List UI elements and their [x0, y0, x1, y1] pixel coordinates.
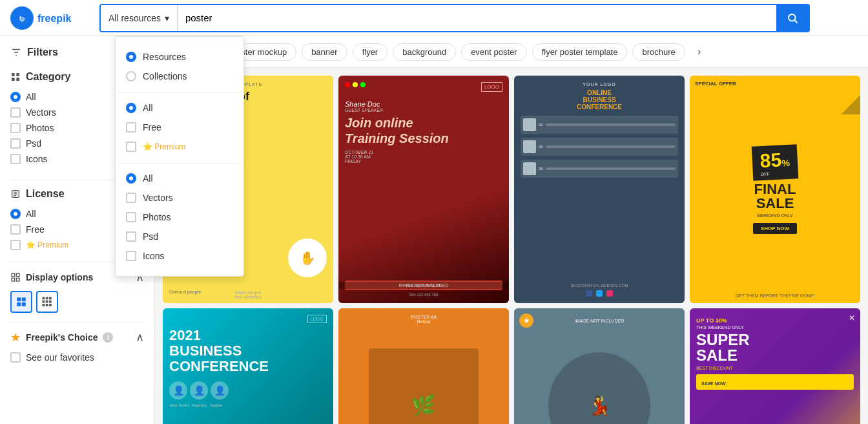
- dropdown-photos-label: Photos: [143, 212, 171, 222]
- grid-item-2[interactable]: LOGO Shane Doc GUEST SPEAKER Join online…: [338, 76, 509, 303]
- svg-rect-16: [16, 278, 19, 281]
- svg-rect-25: [46, 301, 48, 303]
- license-free-label: Free: [26, 224, 45, 235]
- grid-options: [10, 291, 144, 313]
- svg-rect-17: [17, 297, 21, 301]
- resource-select[interactable]: All resources ▾: [101, 5, 178, 31]
- check-icons-sb: [10, 154, 21, 164]
- freepiks-choice-expand[interactable]: ∧: [136, 330, 144, 344]
- tag-brochure[interactable]: brochure: [632, 43, 685, 61]
- tag-event-poster[interactable]: event poster: [461, 43, 527, 61]
- svg-rect-8: [12, 73, 15, 76]
- grid-large-btn[interactable]: [10, 291, 32, 313]
- option-all-label: All: [26, 92, 36, 102]
- grid-item-8[interactable]: ✕ UP TO 30% THIS WEEKEND ONLY SUPERSALE …: [690, 308, 860, 424]
- check-premium1: [126, 142, 136, 152]
- license-all-label: All: [26, 209, 36, 219]
- tags-bar: template poster mockup banner flyer back…: [155, 36, 868, 68]
- grid-item-5[interactable]: LOGO 2021BUSINESSCONFERENCE 👤 👤 👤 John S…: [163, 308, 333, 424]
- search-input[interactable]: [178, 5, 776, 31]
- radio-all2: [126, 173, 136, 184]
- svg-line-4: [794, 20, 797, 23]
- logo[interactable]: fp freepik: [10, 6, 89, 30]
- search-bar: All resources ▾: [99, 4, 810, 32]
- category-icon: [10, 72, 21, 82]
- display-options-title: Display options: [10, 272, 93, 282]
- option-psd-label: Psd: [26, 138, 41, 149]
- check-free1: [126, 122, 136, 132]
- dropdown-section-format: All Vectors Photos Psd Icons: [116, 163, 243, 268]
- dropdown-item-all2[interactable]: All: [116, 169, 243, 188]
- freepiks-choice-section: Freepik's Choice i ∧ See our favorites: [10, 330, 144, 365]
- image-not-included-2: IMAGE NOT INCLUDED: [338, 282, 509, 289]
- resource-dropdown: Resources Collections All Free ⭐ Premium…: [115, 36, 244, 277]
- svg-rect-15: [12, 278, 15, 281]
- dropdown-item-premium1[interactable]: ⭐ Premium: [116, 137, 243, 156]
- radio-all: [10, 92, 21, 102]
- check-photos-sb: [10, 123, 21, 133]
- star-icon: [10, 332, 21, 343]
- radio-collections: [126, 71, 136, 81]
- license-label: License: [26, 188, 65, 200]
- see-our-favorites-option[interactable]: See our favorites: [10, 350, 144, 365]
- grid-item-4[interactable]: SPECIAL OFFER 85% OFF FINALSALE WEEKEND …: [690, 76, 860, 303]
- info-icon[interactable]: i: [103, 332, 113, 343]
- svg-rect-19: [17, 302, 21, 306]
- display-options-label: Display options: [26, 272, 93, 282]
- dropdown-psd-label: Psd: [143, 231, 158, 242]
- resource-select-label: All resources: [108, 13, 161, 23]
- dropdown-all2-label: All: [143, 173, 153, 184]
- dropdown-vectors-label: Vectors: [143, 193, 173, 203]
- dropdown-free1-label: Free: [143, 122, 161, 132]
- filters-label: Filters: [27, 47, 58, 58]
- dropdown-premium1-label: ⭐ Premium: [143, 142, 185, 151]
- svg-text:fp: fp: [19, 16, 25, 22]
- check-license-premium: [10, 240, 21, 250]
- tag-flyer-poster-template[interactable]: flyer poster template: [532, 43, 628, 61]
- dropdown-item-resources[interactable]: Resources: [116, 47, 243, 67]
- chevron-down-icon: ▾: [165, 13, 169, 23]
- tag-flyer[interactable]: flyer: [353, 43, 388, 61]
- category-label: Category: [26, 71, 70, 83]
- check-photos: [126, 212, 136, 222]
- option-icons-label: Icons: [26, 154, 47, 164]
- tag-banner[interactable]: banner: [302, 43, 347, 61]
- image-grid: POSTER A4 / FLYER A5 TEMPLATE Advantages…: [155, 68, 868, 424]
- svg-rect-24: [43, 301, 45, 303]
- grid-item-6[interactable]: POSTER A4Nature 🌿 Relaxwithnature Lorem …: [338, 308, 509, 424]
- scroll-right-arrow[interactable]: ›: [690, 43, 708, 61]
- svg-marker-30: [11, 333, 19, 341]
- see-favorites-label: See our favorites: [26, 352, 94, 363]
- radio-resources: [126, 52, 136, 62]
- grid-item-7[interactable]: ★ IMAGE NOT INCLUDED 💃 +18 EVENT 28 DEC …: [514, 308, 685, 424]
- dropdown-item-psd[interactable]: Psd: [116, 227, 243, 246]
- option-vectors-label: Vectors: [26, 107, 56, 118]
- grid-item-3[interactable]: YOUR LOGO ONLINEBUSINESSCONFERENCE 01 02: [514, 76, 685, 303]
- svg-rect-9: [16, 73, 19, 76]
- premium-badge-7: ★: [519, 313, 533, 328]
- grid-small-btn[interactable]: [36, 291, 58, 313]
- dropdown-item-icons[interactable]: Icons: [116, 246, 243, 266]
- display-icon: [10, 272, 21, 282]
- svg-rect-28: [46, 304, 48, 306]
- dropdown-item-all1[interactable]: All: [116, 98, 243, 118]
- content-area: template poster mockup banner flyer back…: [155, 36, 868, 424]
- check-icons: [126, 251, 136, 261]
- svg-rect-14: [16, 273, 19, 277]
- svg-rect-13: [12, 273, 15, 277]
- dropdown-item-photos[interactable]: Photos: [116, 207, 243, 227]
- radio-all1: [126, 103, 136, 113]
- dropdown-item-vectors[interactable]: Vectors: [116, 188, 243, 207]
- check-vectors: [126, 193, 136, 203]
- dropdown-section-type: Resources Collections: [116, 45, 243, 89]
- check-psd: [126, 231, 136, 242]
- svg-rect-26: [49, 301, 52, 303]
- freepiks-choice-label: Freepik's Choice: [26, 332, 98, 343]
- check-vectors-sb: [10, 107, 21, 118]
- search-button[interactable]: [776, 5, 809, 31]
- dropdown-item-free1[interactable]: Free: [116, 118, 243, 137]
- tag-background[interactable]: background: [393, 43, 456, 61]
- dropdown-item-collections[interactable]: Collections: [116, 67, 243, 86]
- header: fp freepik All resources ▾: [0, 0, 868, 36]
- freepiks-choice-header: Freepik's Choice i ∧: [10, 330, 144, 344]
